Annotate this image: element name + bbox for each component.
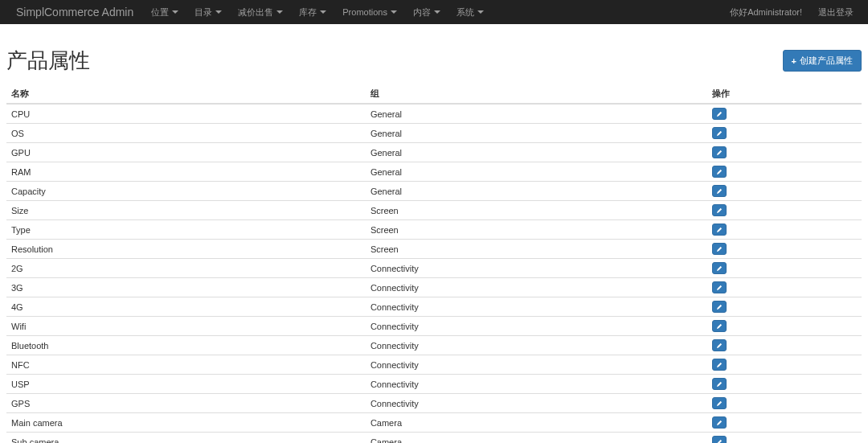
pencil-icon [717, 380, 722, 388]
edit-button[interactable] [712, 127, 727, 139]
edit-button[interactable] [712, 224, 727, 236]
edit-button[interactable] [712, 262, 727, 274]
table-row: GPSConnectivity [6, 394, 862, 413]
pencil-icon [717, 419, 722, 427]
cell-group: General [366, 143, 708, 162]
cell-actions [707, 413, 862, 433]
navbar-brand[interactable]: SimplCommerce Admin [6, 0, 143, 24]
nav-item-4[interactable]: Promotions [334, 2, 405, 23]
edit-button[interactable] [712, 185, 727, 197]
chevron-down-icon [434, 10, 440, 14]
chevron-down-icon [276, 10, 283, 14]
pencil-icon [717, 207, 722, 215]
pencil-icon [717, 284, 722, 292]
page-title: 产品属性 [6, 47, 90, 75]
pencil-icon [717, 187, 722, 195]
pencil-icon [717, 110, 722, 118]
table-body: CPUGeneralOSGeneralGPUGeneralRAMGeneralC… [6, 104, 862, 443]
create-product-attribute-button[interactable]: + 创建产品属性 [783, 50, 862, 72]
cell-group: General [366, 124, 708, 143]
cell-group: Connectivity [366, 297, 708, 317]
cell-actions [707, 355, 862, 375]
edit-button[interactable] [712, 397, 727, 409]
header-actions: 操作 [707, 84, 862, 104]
cell-group: Screen [366, 201, 708, 220]
cell-group: Screen [366, 220, 708, 240]
edit-button[interactable] [712, 281, 727, 293]
nav-item-label: 减价出售 [238, 6, 273, 18]
cell-name: Wifi [6, 317, 366, 336]
navbar-left: SimplCommerce Admin 位置目录减价出售库存Promotions… [6, 0, 492, 24]
edit-button[interactable] [712, 416, 727, 429]
edit-button[interactable] [712, 146, 727, 158]
nav-item-label: 内容 [413, 6, 431, 18]
chevron-down-icon [320, 10, 326, 14]
table-row: SizeScreen [6, 201, 862, 220]
nav-item-5[interactable]: 内容 [405, 1, 448, 24]
cell-actions [707, 182, 862, 201]
edit-button[interactable] [712, 320, 727, 332]
nav-item-2[interactable]: 减价出售 [230, 1, 291, 24]
table-row: GPUGeneral [6, 143, 862, 162]
cell-name: GPS [6, 394, 366, 413]
cell-actions [707, 336, 862, 355]
nav-item-1[interactable]: 目录 [186, 1, 230, 24]
cell-actions [707, 162, 862, 182]
table-row: 2GConnectivity [6, 259, 862, 278]
table-row: CPUGeneral [6, 104, 862, 124]
edit-button[interactable] [712, 243, 727, 255]
cell-actions [707, 317, 862, 336]
nav-item-6[interactable]: 系统 [448, 1, 492, 24]
cell-group: Connectivity [366, 278, 708, 297]
chevron-down-icon [477, 10, 484, 14]
edit-button[interactable] [712, 301, 727, 313]
chevron-down-icon [215, 10, 222, 14]
pencil-icon [717, 361, 722, 369]
cell-name: Resolution [6, 240, 366, 259]
nav-item-3[interactable]: 库存 [291, 1, 334, 24]
create-button-label: 创建产品属性 [800, 55, 853, 67]
cell-group: Connectivity [366, 394, 708, 413]
pencil-icon [717, 342, 722, 350]
nav-right-item-0[interactable]: 你好Administrator! [722, 1, 810, 24]
cell-name: 4G [6, 297, 366, 317]
cell-name: NFC [6, 355, 366, 375]
cell-actions [707, 297, 862, 317]
edit-button[interactable] [712, 359, 727, 371]
cell-group: General [366, 182, 708, 201]
cell-name: 2G [6, 259, 366, 278]
page-header: 产品属性 + 创建产品属性 [6, 47, 862, 75]
cell-name: RAM [6, 162, 366, 182]
cell-actions [707, 220, 862, 240]
table-header-row: 名称 组 操作 [6, 84, 862, 104]
cell-actions [707, 394, 862, 413]
header-group: 组 [366, 84, 708, 104]
table-row: NFCConnectivity [6, 355, 862, 375]
nav-item-label: 系统 [457, 6, 474, 18]
edit-button[interactable] [712, 339, 727, 351]
edit-button[interactable] [712, 204, 727, 216]
table-row: RAMGeneral [6, 162, 862, 182]
edit-button[interactable] [712, 436, 727, 443]
pencil-icon [717, 322, 722, 330]
cell-group: Connectivity [366, 259, 708, 278]
nav-right-item-1[interactable]: 退出登录 [810, 1, 862, 24]
pencil-icon [717, 265, 722, 273]
pencil-icon [717, 149, 722, 157]
plus-icon: + [792, 56, 796, 66]
cell-group: Camera [366, 433, 708, 444]
cell-actions [707, 259, 862, 278]
table-row: OSGeneral [6, 124, 862, 143]
edit-button[interactable] [712, 108, 727, 120]
edit-button[interactable] [712, 378, 727, 390]
cell-group: Connectivity [366, 355, 708, 375]
cell-group: Connectivity [366, 375, 708, 394]
edit-button[interactable] [712, 166, 727, 178]
cell-name: 3G [6, 278, 366, 297]
cell-name: USP [6, 375, 366, 394]
cell-actions [707, 143, 862, 162]
nav-item-0[interactable]: 位置 [143, 1, 186, 24]
pencil-icon [717, 303, 722, 311]
cell-actions [707, 124, 862, 143]
navbar: SimplCommerce Admin 位置目录减价出售库存Promotions… [0, 0, 868, 24]
